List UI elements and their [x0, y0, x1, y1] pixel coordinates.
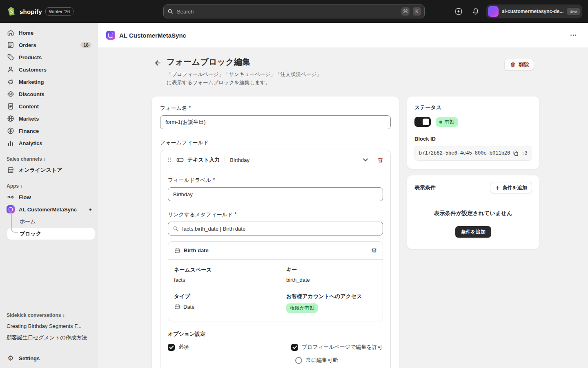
- profile-edit-checkbox[interactable]: プロフィールページで編集を許可: [291, 343, 383, 351]
- metafield-search-input[interactable]: facts.birth_date | Birth date: [168, 222, 383, 236]
- required-checkbox[interactable]: 必須: [168, 343, 189, 351]
- status-card: ステータス 有効 Block ID b7172b82-5bc6-4c45-: [407, 96, 539, 169]
- field-card: テキスト入力 Birthday: [160, 150, 391, 368]
- main-area: AL CustomerMetaSync フォームブロック編集 「プロフィールペー…: [98, 23, 588, 368]
- copy-button[interactable]: [512, 150, 519, 157]
- titles: フォームブロック編集 「プロフィールページ」「サンキューページ」「注文状況ページ…: [167, 56, 322, 87]
- sidekick-conversations-header[interactable]: Sidekick conversations ›: [3, 310, 95, 321]
- chevron-right-icon: ›: [62, 312, 65, 318]
- products-icon: [7, 53, 15, 61]
- calendar-icon: [174, 303, 180, 310]
- orders-count-badge: 18: [80, 42, 91, 48]
- sidebar-item-customers[interactable]: Customers: [3, 64, 95, 75]
- chevron-down-icon: [361, 156, 370, 164]
- profile-edit-checkbox-label: プロフィールページで編集を許可: [302, 343, 383, 351]
- sidebar-item-label: Orders: [19, 42, 76, 48]
- sidebar-item-label: Customers: [19, 67, 91, 73]
- back-button[interactable]: [152, 57, 163, 69]
- text-field-icon: [176, 156, 184, 164]
- delete-field-button[interactable]: [376, 156, 385, 164]
- sidebar-subitem-app-home[interactable]: ホーム: [7, 216, 95, 227]
- gear-icon[interactable]: ⚙: [371, 247, 377, 254]
- form-column: フォーム名* フォームフィールド: [152, 96, 399, 368]
- content-icon: [7, 102, 15, 110]
- account-name: al-customermetasync-de...: [502, 9, 564, 14]
- sidebar-item-marketing[interactable]: Marketing: [3, 76, 95, 88]
- search-input[interactable]: Search ⌘ K: [163, 4, 425, 18]
- back-arrow-icon: [154, 59, 162, 67]
- sidebar-item-discounts[interactable]: Discounts: [3, 88, 95, 100]
- type-value: Date: [174, 303, 286, 310]
- sidebar-item-content[interactable]: Content: [3, 101, 95, 112]
- trash-icon: [510, 61, 516, 68]
- form-name-input[interactable]: [160, 115, 391, 129]
- notifications-button[interactable]: [469, 5, 482, 18]
- brand-name: shopify: [20, 8, 42, 15]
- apps-header[interactable]: Apps ›: [3, 181, 95, 191]
- topbar: shopify Winter '26 Search ⌘ K al-custome…: [0, 0, 588, 23]
- side-column: ステータス 有効 Block ID b7172b82-5bc6-4c45-: [407, 96, 539, 249]
- radio-unselected-icon: [295, 357, 302, 364]
- sidebar-subitem-blocks[interactable]: ブロック: [7, 228, 95, 240]
- apps-label: Apps: [7, 183, 19, 189]
- brand-area: shopify Winter '26: [6, 6, 74, 17]
- shopify-logo-icon: [6, 6, 16, 17]
- delete-button[interactable]: 削除: [504, 59, 534, 70]
- sidebar-item-settings[interactable]: ⚙ Settings: [3, 352, 95, 364]
- options-title: オプション設定: [168, 330, 383, 338]
- sidekick-button[interactable]: [452, 5, 465, 18]
- sidebar-bottom: Sidekick conversations › Creating Birthd…: [3, 306, 95, 365]
- sidebar-item-label: Content: [19, 103, 91, 110]
- field-label-input[interactable]: [168, 187, 383, 201]
- sidebar: Home Orders 18 Products Customers Market…: [0, 23, 98, 368]
- sidebar-subitem-label: ブロック: [20, 230, 41, 238]
- conversation-item[interactable]: Creating Birthday Segments F...: [3, 321, 95, 332]
- access-label: お客様アカウントへのアクセス: [286, 293, 377, 300]
- add-condition-cta-button[interactable]: 条件を追加: [455, 226, 491, 238]
- trash-icon: [377, 157, 384, 164]
- sales-channels-label: Sales channels: [7, 156, 42, 162]
- collapse-field-button[interactable]: [361, 155, 370, 165]
- sidebar-item-label: オンラインストア: [19, 166, 91, 174]
- metafield-detail-grid: ネームスペース facts キー birth_date: [168, 260, 383, 321]
- block-id-overflow: :3: [521, 150, 527, 156]
- sidebar-item-products[interactable]: Products: [3, 52, 95, 63]
- radio-always-editable[interactable]: 常に編集可能: [295, 357, 383, 364]
- add-condition-button[interactable]: 条件を追加: [490, 182, 532, 193]
- more-actions-button[interactable]: [567, 29, 580, 42]
- sidebar-item-label: Analytics: [19, 140, 91, 146]
- metafield-detail-header: Birth date ⚙: [168, 242, 383, 260]
- finance-icon: [7, 127, 15, 135]
- sidebar-item-online-store[interactable]: オンラインストア: [3, 164, 95, 176]
- orders-icon: [7, 41, 15, 49]
- sidekick-icon: [454, 7, 463, 16]
- app-sub-items: ホーム ブロック: [7, 216, 95, 240]
- page-head: フォームブロック編集 「プロフィールページ」「サンキューページ」「注文状況ページ…: [152, 56, 534, 87]
- add-condition-label: 条件を追加: [502, 184, 527, 191]
- conversation-item[interactable]: 顧客誕生日セグメントの作成方法: [3, 332, 95, 343]
- sidebar-item-home[interactable]: Home: [3, 27, 95, 38]
- account-menu[interactable]: al-customermetasync-de... dev: [486, 4, 582, 18]
- markets-icon: [7, 114, 15, 123]
- sidebar-item-markets[interactable]: Markets: [3, 113, 95, 124]
- gear-icon: ⚙: [7, 355, 15, 362]
- block-id-value: b7172b82-5bc6-4c45-800c-b011b26: [419, 150, 510, 156]
- drag-handle-icon[interactable]: [166, 157, 173, 163]
- sidebar-item-label: Finance: [19, 128, 91, 134]
- status-dot-icon: [439, 121, 442, 123]
- shortcut-cmd-key: ⌘: [401, 7, 410, 16]
- sidebar-item-analytics[interactable]: Analytics: [3, 137, 95, 149]
- status-toggle[interactable]: [414, 117, 431, 127]
- metafield-label: リンクするメタフィールド*: [168, 211, 383, 218]
- status-badge: 有効: [436, 117, 458, 127]
- sidebar-item-orders[interactable]: Orders 18: [3, 39, 95, 51]
- app-title: AL CustomerMetaSync: [119, 32, 186, 39]
- sidebar-item-app-customermetasync[interactable]: AL CustomerMetaSync: [3, 204, 95, 215]
- conditions-empty-message: 表示条件が設定されていません: [414, 210, 532, 217]
- options-checkboxes: 必須 プロフィールページで編集を許可: [168, 343, 383, 351]
- sales-channels-header[interactable]: Sales channels ›: [3, 154, 95, 164]
- sidebar-item-flow[interactable]: Flow: [3, 191, 95, 203]
- sidebar-item-finance[interactable]: Finance: [3, 125, 95, 137]
- sidebar-item-label: Flow: [19, 194, 91, 200]
- field-type-label: テキスト入力: [187, 156, 220, 164]
